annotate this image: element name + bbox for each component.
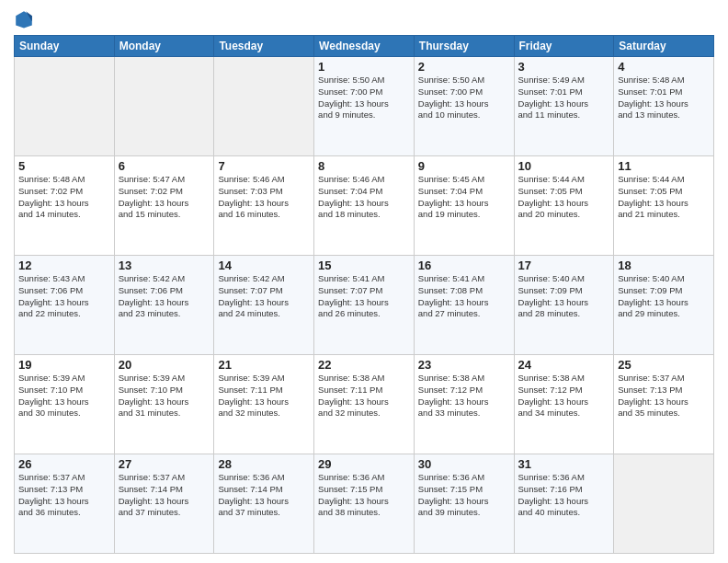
day-info: Sunrise: 5:39 AM Sunset: 7:10 PM Dayligh…	[18, 373, 110, 419]
calendar-cell: 1Sunrise: 5:50 AM Sunset: 7:00 PM Daylig…	[314, 57, 415, 156]
day-info: Sunrise: 5:49 AM Sunset: 7:01 PM Dayligh…	[518, 75, 610, 121]
calendar-cell: 3Sunrise: 5:49 AM Sunset: 7:01 PM Daylig…	[514, 57, 614, 156]
calendar-cell: 23Sunrise: 5:38 AM Sunset: 7:12 PM Dayli…	[414, 355, 514, 454]
svg-marker-0	[16, 11, 32, 28]
calendar-table: SundayMondayTuesdayWednesdayThursdayFrid…	[14, 35, 714, 554]
day-number: 19	[18, 358, 110, 372]
calendar-cell	[15, 57, 115, 156]
day-info: Sunrise: 5:37 AM Sunset: 7:14 PM Dayligh…	[119, 472, 210, 519]
calendar-cell: 28Sunrise: 5:36 AM Sunset: 7:14 PM Dayli…	[214, 454, 314, 554]
day-info: Sunrise: 5:40 AM Sunset: 7:09 PM Dayligh…	[618, 273, 710, 320]
calendar-cell: 25Sunrise: 5:37 AM Sunset: 7:13 PM Dayli…	[614, 355, 714, 454]
calendar-cell: 8Sunrise: 5:46 AM Sunset: 7:04 PM Daylig…	[314, 156, 415, 256]
weekday-header-tuesday: Tuesday	[214, 36, 314, 57]
day-info: Sunrise: 5:47 AM Sunset: 7:02 PM Dayligh…	[119, 174, 210, 221]
day-info: Sunrise: 5:38 AM Sunset: 7:11 PM Dayligh…	[318, 373, 410, 419]
day-number: 14	[218, 259, 310, 272]
calendar-cell: 14Sunrise: 5:42 AM Sunset: 7:07 PM Dayli…	[214, 256, 314, 355]
calendar-cell: 21Sunrise: 5:39 AM Sunset: 7:11 PM Dayli…	[214, 355, 314, 454]
day-number: 30	[418, 457, 510, 471]
calendar-cell: 19Sunrise: 5:39 AM Sunset: 7:10 PM Dayli…	[15, 355, 115, 454]
day-info: Sunrise: 5:48 AM Sunset: 7:02 PM Dayligh…	[18, 174, 110, 221]
day-number: 13	[119, 259, 210, 272]
day-info: Sunrise: 5:40 AM Sunset: 7:09 PM Dayligh…	[518, 273, 610, 320]
day-number: 31	[518, 457, 610, 471]
day-info: Sunrise: 5:42 AM Sunset: 7:07 PM Dayligh…	[218, 273, 310, 320]
calendar-cell	[614, 454, 714, 554]
calendar-cell: 30Sunrise: 5:36 AM Sunset: 7:15 PM Dayli…	[414, 454, 514, 554]
day-number: 28	[218, 457, 310, 471]
calendar-cell	[214, 57, 314, 156]
day-info: Sunrise: 5:36 AM Sunset: 7:16 PM Dayligh…	[518, 472, 610, 519]
calendar-cell: 17Sunrise: 5:40 AM Sunset: 7:09 PM Dayli…	[514, 256, 614, 355]
weekday-header-saturday: Saturday	[614, 36, 714, 57]
day-info: Sunrise: 5:36 AM Sunset: 7:15 PM Dayligh…	[318, 472, 410, 519]
day-info: Sunrise: 5:37 AM Sunset: 7:13 PM Dayligh…	[618, 373, 710, 419]
calendar-cell: 22Sunrise: 5:38 AM Sunset: 7:11 PM Dayli…	[314, 355, 415, 454]
week-row-5: 26Sunrise: 5:37 AM Sunset: 7:13 PM Dayli…	[15, 454, 714, 554]
day-number: 3	[518, 60, 610, 74]
calendar-cell: 18Sunrise: 5:40 AM Sunset: 7:09 PM Dayli…	[614, 256, 714, 355]
day-info: Sunrise: 5:42 AM Sunset: 7:06 PM Dayligh…	[119, 273, 210, 320]
calendar-cell: 26Sunrise: 5:37 AM Sunset: 7:13 PM Dayli…	[15, 454, 115, 554]
day-number: 24	[518, 358, 610, 372]
calendar-cell: 15Sunrise: 5:41 AM Sunset: 7:07 PM Dayli…	[314, 256, 415, 355]
calendar-cell: 24Sunrise: 5:38 AM Sunset: 7:12 PM Dayli…	[514, 355, 614, 454]
day-info: Sunrise: 5:39 AM Sunset: 7:11 PM Dayligh…	[218, 373, 310, 419]
header	[14, 9, 714, 29]
day-number: 5	[18, 159, 110, 173]
day-info: Sunrise: 5:36 AM Sunset: 7:14 PM Dayligh…	[218, 472, 310, 519]
week-row-2: 5Sunrise: 5:48 AM Sunset: 7:02 PM Daylig…	[15, 156, 714, 256]
day-number: 10	[518, 159, 610, 173]
day-info: Sunrise: 5:46 AM Sunset: 7:04 PM Dayligh…	[318, 174, 410, 221]
weekday-header-row: SundayMondayTuesdayWednesdayThursdayFrid…	[15, 36, 714, 57]
calendar-cell: 7Sunrise: 5:46 AM Sunset: 7:03 PM Daylig…	[214, 156, 314, 256]
day-info: Sunrise: 5:46 AM Sunset: 7:03 PM Dayligh…	[218, 174, 310, 221]
weekday-header-wednesday: Wednesday	[314, 36, 415, 57]
calendar-cell: 31Sunrise: 5:36 AM Sunset: 7:16 PM Dayli…	[514, 454, 614, 554]
day-number: 4	[618, 60, 710, 74]
week-row-3: 12Sunrise: 5:43 AM Sunset: 7:06 PM Dayli…	[15, 256, 714, 355]
day-number: 6	[119, 159, 210, 173]
day-info: Sunrise: 5:44 AM Sunset: 7:05 PM Dayligh…	[618, 174, 710, 221]
day-number: 23	[418, 358, 510, 372]
day-info: Sunrise: 5:43 AM Sunset: 7:06 PM Dayligh…	[18, 273, 110, 320]
day-info: Sunrise: 5:48 AM Sunset: 7:01 PM Dayligh…	[618, 75, 710, 121]
logo	[14, 9, 38, 29]
day-info: Sunrise: 5:38 AM Sunset: 7:12 PM Dayligh…	[418, 373, 510, 419]
day-info: Sunrise: 5:50 AM Sunset: 7:00 PM Dayligh…	[418, 75, 510, 121]
calendar-cell: 27Sunrise: 5:37 AM Sunset: 7:14 PM Dayli…	[114, 454, 214, 554]
day-number: 8	[318, 159, 410, 173]
calendar-cell: 2Sunrise: 5:50 AM Sunset: 7:00 PM Daylig…	[414, 57, 514, 156]
day-number: 17	[518, 259, 610, 272]
calendar-cell: 11Sunrise: 5:44 AM Sunset: 7:05 PM Dayli…	[614, 156, 714, 256]
calendar-cell: 6Sunrise: 5:47 AM Sunset: 7:02 PM Daylig…	[114, 156, 214, 256]
day-info: Sunrise: 5:41 AM Sunset: 7:08 PM Dayligh…	[418, 273, 510, 320]
day-number: 27	[119, 457, 210, 471]
day-info: Sunrise: 5:39 AM Sunset: 7:10 PM Dayligh…	[119, 373, 210, 419]
calendar-cell: 16Sunrise: 5:41 AM Sunset: 7:08 PM Dayli…	[414, 256, 514, 355]
day-number: 11	[618, 159, 710, 173]
calendar-cell: 13Sunrise: 5:42 AM Sunset: 7:06 PM Dayli…	[114, 256, 214, 355]
calendar-cell: 20Sunrise: 5:39 AM Sunset: 7:10 PM Dayli…	[114, 355, 214, 454]
calendar-cell: 29Sunrise: 5:36 AM Sunset: 7:15 PM Dayli…	[314, 454, 415, 554]
day-number: 15	[318, 259, 410, 272]
day-number: 7	[218, 159, 310, 173]
day-info: Sunrise: 5:45 AM Sunset: 7:04 PM Dayligh…	[418, 174, 510, 221]
day-number: 12	[18, 259, 110, 272]
day-number: 25	[618, 358, 710, 372]
day-number: 9	[418, 159, 510, 173]
day-number: 29	[318, 457, 410, 471]
day-number: 26	[18, 457, 110, 471]
calendar-cell: 4Sunrise: 5:48 AM Sunset: 7:01 PM Daylig…	[614, 57, 714, 156]
calendar-cell: 5Sunrise: 5:48 AM Sunset: 7:02 PM Daylig…	[15, 156, 115, 256]
day-number: 18	[618, 259, 710, 272]
day-number: 16	[418, 259, 510, 272]
day-number: 21	[218, 358, 310, 372]
week-row-4: 19Sunrise: 5:39 AM Sunset: 7:10 PM Dayli…	[15, 355, 714, 454]
generalblue-logo-icon	[14, 9, 34, 29]
weekday-header-sunday: Sunday	[15, 36, 115, 57]
day-info: Sunrise: 5:38 AM Sunset: 7:12 PM Dayligh…	[518, 373, 610, 419]
calendar-cell: 12Sunrise: 5:43 AM Sunset: 7:06 PM Dayli…	[15, 256, 115, 355]
day-info: Sunrise: 5:50 AM Sunset: 7:00 PM Dayligh…	[318, 75, 410, 121]
